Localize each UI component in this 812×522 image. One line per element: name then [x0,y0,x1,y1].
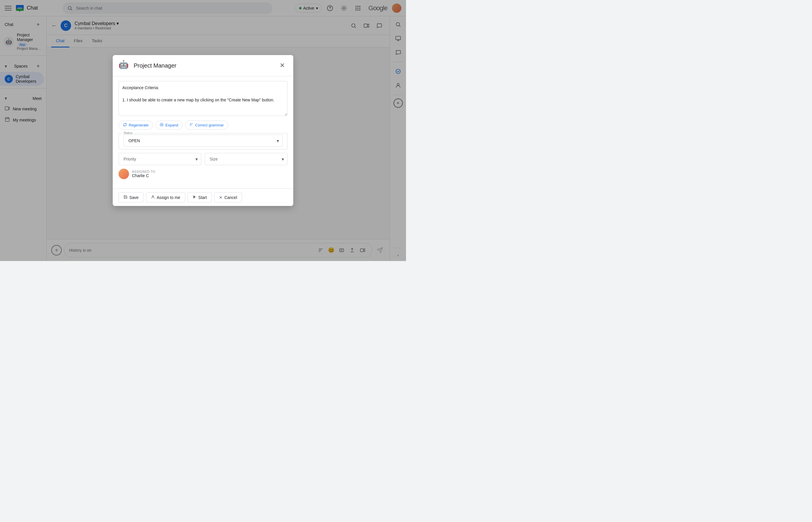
expand-label: Expand [165,123,178,127]
start-icon [192,195,197,200]
cancel-icon: ✕ [219,195,223,200]
correct-grammar-button[interactable]: Correct grammar [185,121,228,129]
save-label: Save [129,195,139,200]
modal-close-button[interactable]: ✕ [277,60,287,71]
cancel-label: Cancel [224,195,237,200]
expand-button[interactable]: Expand [155,121,183,129]
project-manager-modal: 🤖 Project Manager ✕ Acceptance Criteria:… [113,55,293,206]
status-label: Status [122,131,134,135]
assigned-to-row: ASSIGNED TO Charlie C [119,169,287,179]
assignee-info: ASSIGNED TO Charlie C [132,170,155,178]
cancel-button[interactable]: ✕ Cancel [214,192,242,202]
start-label: Start [198,195,207,200]
modal-body: Acceptance Criteria: 1. I should be able… [113,76,293,188]
start-button[interactable]: Start [187,192,212,202]
modal-overlay[interactable]: 🤖 Project Manager ✕ Acceptance Criteria:… [0,0,406,261]
status-select-wrapper: OPEN IN PROGRESS DONE BLOCKED ▾ [123,135,283,147]
ai-actions-row: Regenerate Expand Correct grammar [119,121,287,129]
size-select-wrapper: Size XS S M L XL ▾ [205,153,287,165]
regenerate-button[interactable]: Regenerate [119,121,153,129]
assigned-to-label: ASSIGNED TO [132,170,155,173]
size-select[interactable]: Size XS S M L XL [205,153,287,165]
correct-grammar-label: Correct grammar [195,123,224,127]
status-select[interactable]: OPEN IN PROGRESS DONE BLOCKED [123,135,283,147]
regenerate-label: Regenerate [129,123,148,127]
modal-robot-icon: 🤖 [119,60,130,72]
assign-to-me-label: Assign to me [157,195,180,200]
acceptance-criteria-textarea[interactable]: Acceptance Criteria: 1. I should be able… [119,81,287,116]
modal-title: Project Manager [134,62,273,69]
regenerate-icon [123,123,127,127]
assignee-avatar [119,169,129,179]
assignee-name: Charlie C [132,173,155,178]
assign-to-me-button[interactable]: Assign to me [146,192,185,202]
assign-icon [151,195,155,200]
save-icon [123,195,127,200]
svg-point-28 [152,196,154,197]
modal-footer: Save Assign to me Start ✕ Cancel [113,188,293,206]
status-field-group: Status OPEN IN PROGRESS DONE BLOCKED ▾ [119,133,287,149]
expand-icon [160,123,164,127]
priority-select-wrapper: Priority High Medium Low ▾ [119,153,201,165]
correct-grammar-icon [189,123,194,127]
priority-select[interactable]: Priority High Medium Low [119,153,201,165]
modal-header: 🤖 Project Manager ✕ [113,55,293,76]
save-button[interactable]: Save [119,192,144,202]
priority-size-row: Priority High Medium Low ▾ Size XS S M L… [119,153,287,165]
